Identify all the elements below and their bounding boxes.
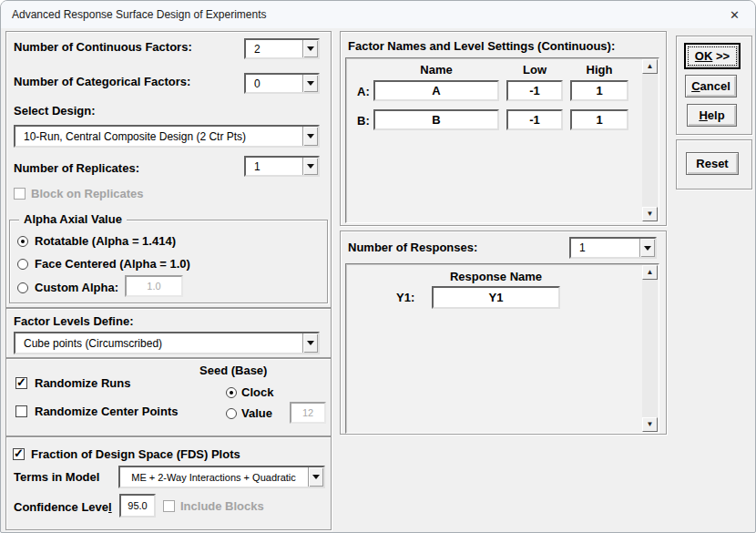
continuous-factors-label: Number of Continuous Factors: [14,40,192,54]
rotatable-label: Rotatable (Alpha = 1.414) [35,234,176,248]
seed-value-field[interactable]: 12 [290,402,326,424]
terms-in-model-dropdown[interactable]: ME + 2-Way Interactions + Quadratic [118,466,325,488]
randomize-center-points-checkbox[interactable] [15,405,27,417]
factor-row-label: A: [357,85,370,98]
column-header-high: High [570,63,628,77]
factor-levels-value: Cube points (Circumscribed) [24,333,300,353]
factor-table-panel: Name Low High A: A -1 1 B: B -1 1 ▲ ▼ [345,57,659,223]
select-design-dropdown[interactable]: 10-Run, Central Composite Design (2 Ctr … [14,125,320,148]
face-centered-radio[interactable] [17,259,28,270]
response-row-label: Y1: [396,291,414,304]
ok-button[interactable]: OK >> [684,43,741,69]
dropdown-arrow-icon[interactable] [308,467,323,487]
column-header-response-name: Response Name [432,270,560,283]
scroll-down-icon[interactable]: ▼ [642,417,658,432]
scroll-down-icon[interactable]: ▼ [642,207,658,221]
terms-in-model-value: ME + 2-Way Interactions + Quadratic [122,467,305,487]
fds-plots-checkbox[interactable]: ✓ [13,448,25,460]
factor-high-field[interactable]: 1 [570,80,628,101]
factor-low-field[interactable]: -1 [506,109,563,130]
randomize-runs-label: Randomize Runs [35,376,130,390]
factor-row-label: B: [357,114,370,128]
replicates-value: 1 [254,158,300,175]
fds-plots-label: Fraction of Design Space (FDS) Plots [31,447,240,461]
number-of-responses-dropdown[interactable]: 1 [569,237,657,259]
categorical-factors-value: 0 [254,75,300,92]
dropdown-arrow-icon[interactable] [639,239,655,257]
block-on-replicates-label: Block on Replicates [31,187,144,200]
rotatable-radio[interactable] [17,236,28,247]
scroll-up-icon[interactable]: ▲ [642,59,658,74]
check-icon: ✓ [16,376,26,388]
face-centered-label: Face Centered (Alpha = 1.0) [35,257,190,271]
categorical-factors-label: Number of Categorical Factors: [14,75,190,88]
factor-high-field[interactable]: 1 [570,109,628,130]
confidence-level-label: Confidence Level [14,500,112,514]
categorical-factors-dropdown[interactable]: 0 [244,73,320,94]
select-design-value: 10-Run, Central Composite Design (2 Ctr … [24,127,300,146]
confidence-level-field[interactable]: 95.0 [119,494,156,518]
dropdown-arrow-icon[interactable] [302,40,318,57]
custom-alpha-field[interactable]: 1.0 [125,275,183,297]
response-name-field[interactable]: Y1 [432,286,560,309]
dropdown-arrow-icon[interactable] [302,127,318,146]
continuous-factors-value: 2 [254,40,300,57]
include-blocks-checkbox[interactable] [163,500,175,512]
terms-in-model-label: Terms in Model [14,470,99,484]
factor-levels-label: Factor Levels Define: [14,314,134,328]
response-table-scrollbar[interactable]: ▲ ▼ [642,265,658,432]
advanced-rsm-dialog: Advanced Response Surface Design of Expe… [0,0,756,533]
dropdown-arrow-icon[interactable] [302,158,318,175]
block-on-replicates-checkbox[interactable] [14,188,26,200]
dropdown-arrow-icon[interactable] [302,75,318,92]
window-title: Advanced Response Surface Design of Expe… [12,8,267,21]
reset-button[interactable]: Reset [686,152,739,175]
seed-clock-radio[interactable] [226,387,237,398]
randomize-center-points-label: Randomize Center Points [35,405,178,418]
scroll-up-icon[interactable]: ▲ [642,265,658,280]
seed-value-radio[interactable] [226,408,237,419]
number-of-responses-label: Number of Responses: [348,241,477,254]
help-button[interactable]: Help [687,104,737,127]
dropdown-arrow-icon[interactable] [302,333,318,353]
seed-clock-label: Clock [241,385,273,399]
replicates-dropdown[interactable]: 1 [244,156,320,177]
select-design-label: Select Design: [14,104,96,118]
seed-value-label: Value [241,406,272,420]
title-bar: Advanced Response Surface Design of Expe… [1,1,755,28]
factor-name-field[interactable]: A [373,80,499,101]
number-of-responses-value: 1 [579,239,637,257]
response-table-panel: Response Name Y1: Y1 ▲ ▼ [345,263,659,434]
custom-alpha-label: Custom Alpha: [35,281,118,294]
factor-low-field[interactable]: -1 [506,80,563,101]
column-header-low: Low [506,63,563,77]
custom-alpha-radio[interactable] [17,282,28,293]
factor-table-scrollbar[interactable]: ▲ ▼ [642,59,658,221]
cancel-button[interactable]: Cancel [685,75,737,97]
alpha-axial-title: Alpha Axial Value [19,212,127,226]
close-icon[interactable]: ✕ [714,1,755,28]
factor-levels-dropdown[interactable]: Cube points (Circumscribed) [14,332,320,354]
continuous-factors-dropdown[interactable]: 2 [244,38,320,59]
factor-names-title: Factor Names and Level Settings (Continu… [348,39,615,53]
include-blocks-label: Include Blocks [180,499,264,513]
randomize-group [5,358,332,436]
randomize-runs-checkbox[interactable]: ✓ [15,377,27,389]
seed-base-title: Seed (Base) [199,364,267,377]
factor-name-field[interactable]: B [373,109,499,130]
check-icon: ✓ [14,447,24,459]
column-header-name: Name [373,63,499,77]
replicates-label: Number of Replicates: [14,161,139,175]
